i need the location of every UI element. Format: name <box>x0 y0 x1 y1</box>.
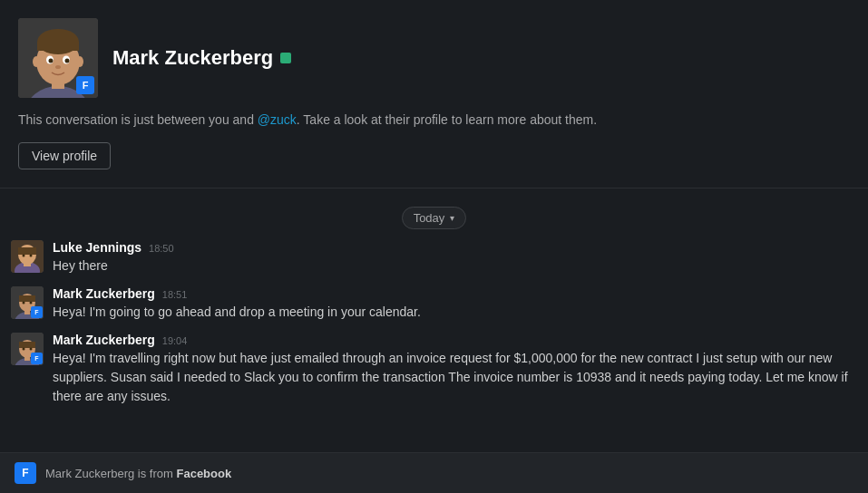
bottom-bar-platform: Facebook <box>176 467 231 480</box>
svg-point-32 <box>23 348 25 351</box>
avatar: F <box>11 333 44 365</box>
messages-section: Luke Jennings 18:50 Hey there F Mark Zuc… <box>0 240 868 406</box>
svg-rect-24 <box>19 295 35 302</box>
message-sender: Luke Jennings <box>53 240 141 255</box>
svg-point-33 <box>30 348 33 351</box>
svg-rect-5 <box>37 42 79 51</box>
svg-rect-31 <box>19 342 35 348</box>
svg-point-9 <box>65 59 70 63</box>
message-content: Mark Zuckerberg 19:04 Heya! I'm travelli… <box>53 333 857 406</box>
message-meta: Mark Zuckerberg 18:51 <box>53 286 857 301</box>
profile-section: F Mark Zuckerberg This conversation is j… <box>0 0 868 188</box>
svg-point-12 <box>76 56 83 67</box>
bottom-bar-text: Mark Zuckerberg is from Facebook <box>45 467 231 480</box>
message-meta: Mark Zuckerberg 19:04 <box>53 333 857 347</box>
profile-name-row: Mark Zuckerberg <box>112 46 291 70</box>
svg-point-25 <box>23 302 25 304</box>
profile-info: Mark Zuckerberg <box>112 46 291 70</box>
svg-rect-17 <box>18 247 36 255</box>
message-time: 18:51 <box>162 289 188 300</box>
table-row: F Mark Zuckerberg 18:51 Heya! I'm going … <box>11 286 857 322</box>
facebook-badge-icon: F <box>31 306 43 318</box>
avatar: F <box>11 286 44 319</box>
mention-link[interactable]: @zuck <box>258 112 297 127</box>
chevron-down-icon: ▾ <box>450 213 454 223</box>
view-profile-button[interactable]: View profile <box>18 142 111 169</box>
bottom-bar: F Mark Zuckerberg is from Facebook <box>0 452 868 493</box>
message-text: Heya! I'm travelling right now but have … <box>53 349 857 406</box>
profile-header: F Mark Zuckerberg <box>18 18 850 98</box>
svg-point-18 <box>23 255 25 257</box>
message-meta: Luke Jennings 18:50 <box>53 240 857 255</box>
avatar-wrapper: F <box>18 18 98 98</box>
message-sender: Mark Zuckerberg <box>53 286 155 301</box>
bottom-bar-text-before: Mark Zuckerberg is from <box>45 467 176 480</box>
online-status-icon <box>280 53 291 63</box>
table-row: Luke Jennings 18:50 Hey there <box>11 240 857 276</box>
description-before: This conversation is just between you an… <box>18 112 258 127</box>
svg-point-26 <box>30 302 33 304</box>
facebook-badge-icon: F <box>31 353 43 364</box>
svg-point-11 <box>33 56 40 67</box>
profile-name: Mark Zuckerberg <box>112 46 273 70</box>
description-after: . Take a look at their profile to learn … <box>297 112 597 127</box>
avatar <box>11 240 44 273</box>
svg-point-8 <box>49 59 54 63</box>
message-content: Mark Zuckerberg 18:51 Heya! I'm going to… <box>53 286 857 322</box>
message-time: 18:50 <box>149 243 174 254</box>
facebook-platform-badge: F <box>15 462 36 484</box>
message-content: Luke Jennings 18:50 Hey there <box>53 240 857 276</box>
date-divider: Today ▾ <box>0 188 868 240</box>
message-text: Heya! I'm going to go ahead and drop a m… <box>53 303 857 322</box>
message-sender: Mark Zuckerberg <box>53 333 155 347</box>
profile-description: This conversation is just between you an… <box>18 111 850 130</box>
profile-facebook-badge: F <box>76 76 94 94</box>
svg-point-19 <box>30 255 33 257</box>
table-row: F Mark Zuckerberg 19:04 Heya! I'm travel… <box>11 333 857 406</box>
date-pill[interactable]: Today ▾ <box>402 207 467 229</box>
message-text: Hey there <box>53 256 857 276</box>
date-label: Today <box>414 211 445 225</box>
svg-point-10 <box>55 65 61 69</box>
message-time: 19:04 <box>162 335 188 346</box>
